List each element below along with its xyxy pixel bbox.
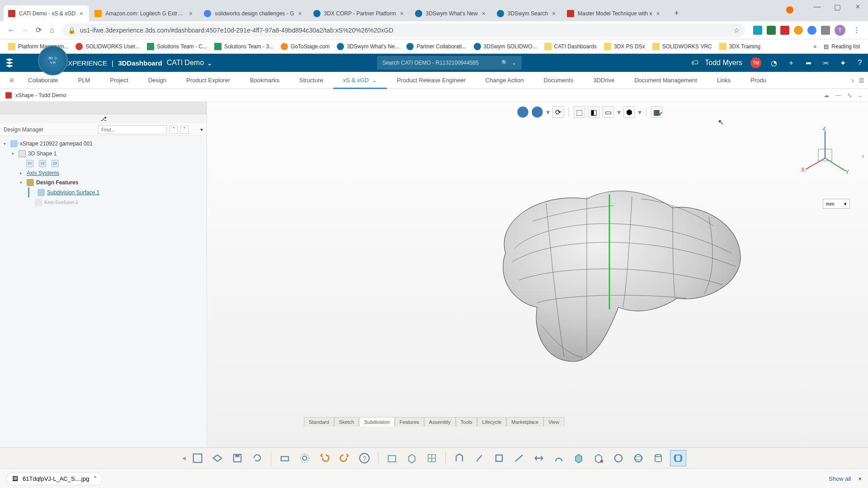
dropdown-icon[interactable]: ▾ [638,108,642,117]
tree-node-subdiv[interactable]: Subdivision Surface.1 [28,188,203,197]
cmd-new-icon[interactable] [189,450,206,466]
bookmarks-overflow[interactable]: » [810,42,821,52]
cmd-tab-view[interactable]: View [543,417,564,427]
close-shelf-icon[interactable]: × [858,475,862,482]
cmd-tab-assembly[interactable]: Assembly [424,417,456,427]
cmd-tab-sketch[interactable]: Sketch [334,417,359,427]
apps-icon[interactable]: ✦ [838,58,847,67]
search-chevron-icon[interactable]: ⌄ [512,60,516,66]
cmd-overflow-left-icon[interactable]: ◂ [182,454,186,462]
bookmark-item[interactable]: 3DSwym SOLIDWO... [470,41,541,52]
cmd-solid-icon[interactable] [571,450,587,466]
reading-list-button[interactable]: ▤Reading list [820,42,863,52]
dashboard-tab-product-release[interactable]: Product Release Engineer [387,72,476,89]
dashboard-tab-change-action[interactable]: Change Action [476,72,534,89]
share-nodes-icon[interactable]: ⫘ [821,58,830,67]
dropdown-icon[interactable]: ▾ [617,108,621,117]
cmd-sphere-icon[interactable] [610,450,627,466]
bookmark-item[interactable]: Solutions Team - 3... [211,41,277,52]
tree-mode-toggle[interactable]: ⎇ [0,114,207,123]
share-arrow-icon[interactable]: ➦ [804,58,813,67]
cmd-bend-icon[interactable] [551,450,567,466]
nav-back-button[interactable]: ← [5,23,18,37]
cmd-face-icon[interactable] [491,450,507,466]
browser-tab[interactable]: Amazon.com: Logitech G Extrem × [90,5,198,21]
dashboard-tab-links[interactable]: Links [707,72,741,89]
bookmark-item[interactable]: 3DX Training [716,41,764,52]
cmd-tab-standard[interactable]: Standard [304,417,334,427]
dashboard-tab-collaborate[interactable]: Collaborate [18,72,68,89]
cmd-primitive-box-icon[interactable] [384,450,400,466]
close-tab-icon[interactable]: × [655,10,661,17]
widget-restore-icon[interactable]: ⤡ [847,92,852,99]
nav-forward-button[interactable]: → [18,23,32,37]
bookmark-item[interactable]: SOLIDWORKS VRC [649,41,716,52]
bookmark-item[interactable]: GoToStage.com [277,41,333,52]
sidebar-toggle-icon[interactable]: ≡ [5,76,18,84]
chevron-up-icon[interactable]: ˄ [94,475,97,482]
cmd-tab-subdivision[interactable]: Subdivision [359,417,394,427]
close-tab-icon[interactable]: × [551,10,557,17]
cmd-tab-tools[interactable]: Tools [456,417,477,427]
view-sphere-icon[interactable] [532,106,543,118]
close-tab-icon[interactable]: × [188,10,194,17]
cmd-tab-features[interactable]: Features [395,417,424,427]
minimize-button[interactable]: — [807,0,827,14]
tag-icon[interactable]: 🏷 [690,58,699,67]
cmd-tab-lifecycle[interactable]: Lifecycle [477,417,506,427]
cmd-redo-icon[interactable] [336,450,353,466]
close-tab-icon[interactable]: × [399,10,405,17]
search-icon[interactable]: 🔍 [501,60,508,66]
dashboard-tab-project[interactable]: Project [100,72,138,89]
bookmark-item[interactable]: 3DSwym What's Ne... [333,41,403,52]
cmd-print-icon[interactable] [277,450,293,466]
find-next-button[interactable]: ˅ [180,126,189,134]
close-tab-icon[interactable]: × [78,10,85,17]
maximize-button[interactable]: ▢ [827,0,848,14]
dashboard-tab-3ddrive[interactable]: 3DDrive [583,72,624,89]
dashboard-tab-documents[interactable]: Documents [533,72,583,89]
cmd-refresh-icon[interactable] [249,450,265,466]
nav-home-button[interactable]: ⌂ [45,23,59,37]
view-measure-icon[interactable]: ⬚ [574,106,585,118]
cmd-cylinder-icon[interactable] [650,450,666,466]
view-select-icon[interactable]: ▭ [603,106,614,118]
extension-icon[interactable] [767,26,776,35]
bookmark-item[interactable]: Partner Collaborati... [403,41,470,52]
close-tab-icon[interactable]: × [297,10,303,17]
header-search-input[interactable]: Search CATI DEMO - R1132100944585 🔍 ⌄ [377,56,522,70]
chrome-menu-button[interactable]: ⋮ [850,23,863,37]
tabs-scroll-right-icon[interactable]: › [852,76,854,84]
extensions-menu-icon[interactable] [821,26,830,35]
plane-xy-icon[interactable]: XY [26,160,33,167]
close-tab-icon[interactable]: × [481,10,487,17]
show-all-downloads[interactable]: Show all [829,475,851,482]
dropdown-icon[interactable]: ▾ [546,108,550,117]
browser-tab[interactable]: 3DSwym Search × [492,5,561,21]
cmd-open-icon[interactable] [209,450,226,466]
cmd-subdiv-icon[interactable] [670,450,686,466]
view-globe-icon[interactable] [517,106,529,118]
add-icon[interactable]: ＋ [787,58,796,67]
tree-node-features[interactable]: ▾ Design Features [20,178,203,188]
user-avatar[interactable]: TM [750,57,761,68]
find-prev-button[interactable]: ˄ [170,126,178,134]
3d-viewport[interactable]: ▾ ⟳ ⬚ ◧ ▭ ▾ ⬢ ▾ ✔▦ ↖ [207,102,868,447]
dashboard-tab-xs-xgd[interactable]: xS & xGD ⌄ [333,72,387,89]
close-window-button[interactable]: × [848,0,868,14]
compass-icon[interactable]: 3D ▷V.R [38,46,68,75]
tree-root[interactable]: ▾ xShape 210922 gamepad 001 [4,139,203,149]
browser-tab[interactable]: 3DX CORP - Partner Platform × [309,5,410,21]
profile-avatar[interactable]: T [835,25,845,36]
download-item[interactable]: 🖼 61TdqfpVJ-L_AC_S....jpg ˄ [6,472,103,485]
filter-icon[interactable]: ▾ [200,127,203,133]
cmd-primitive-cube-icon[interactable] [404,450,420,466]
cmd-extrude-icon[interactable] [451,450,467,466]
nav-reload-button[interactable]: ⟳ [32,23,45,37]
cmd-edge-icon[interactable] [511,450,527,466]
notifications-icon[interactable]: ◔ [769,58,778,67]
tree-node-shape[interactable]: ▾ 3D Shape 1 [12,149,203,159]
cmd-tab-marketplace[interactable]: Marketplace [506,417,543,427]
tree-find-input[interactable] [98,125,167,134]
view-rotate-icon[interactable]: ⟳ [552,106,564,118]
